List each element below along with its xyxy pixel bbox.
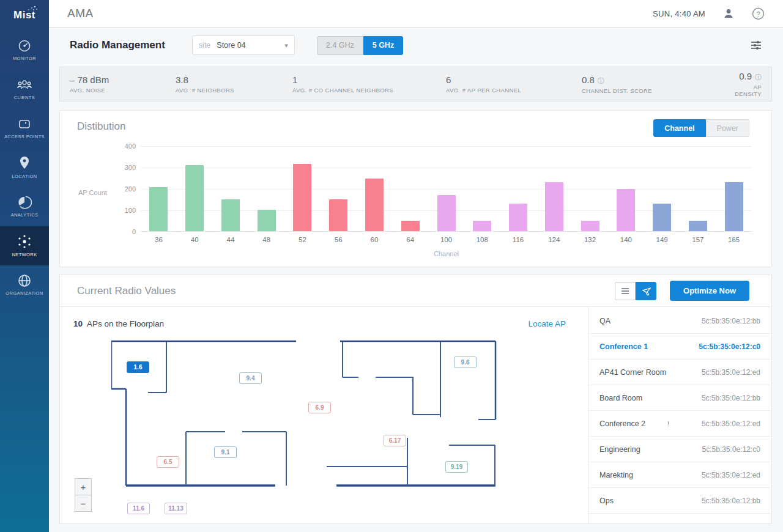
sidebar-item-label: MONITOR [13,56,36,61]
chart-bar-slot [644,204,680,231]
chart-bar[interactable] [581,221,599,232]
chart-x-tick: 165 [716,236,752,243]
info-icon[interactable]: ⓘ [598,76,604,86]
page-title: Radio Management [70,39,165,51]
ap-list-row[interactable]: Conference 15c:5b:35:0e:12:c0 [588,334,771,360]
chart-bar[interactable] [437,195,456,232]
chart-bar[interactable] [473,221,491,232]
chart-bar[interactable] [617,189,635,231]
ap-badge: ! [667,420,669,427]
chart-bar[interactable] [401,221,420,232]
pie-chart-icon [17,195,32,210]
sidebar-item-label: CLIENTS [14,95,35,100]
stat-label: AVG. # NEIGHBORS [176,87,292,94]
list-view-button[interactable] [615,282,636,300]
chart-bar-slot [572,221,608,232]
sidebar-item-label: ORGANIZATION [6,291,43,296]
stat-item: 6AVG. # AP PER CHANNEL [446,75,582,94]
sliders-icon [750,40,762,51]
ap-name: Conference 2 [599,419,645,428]
info-icon[interactable]: ⓘ [755,73,762,82]
chart-x-tick: 56 [321,236,357,243]
floorplan-ap-label[interactable]: 6.17 [384,435,406,446]
floorplan-ap-label[interactable]: 6.5 [157,456,179,468]
optimize-now-button[interactable]: Optimize Now [670,281,749,301]
chart-x-tick: 108 [464,236,500,243]
help-button[interactable]: ? [752,7,765,20]
chart-bar-slot [536,182,572,231]
user-account-button[interactable] [722,7,735,20]
stat-value: 0.8ⓘ [582,75,735,86]
sidebar-item-location[interactable]: LOCATION [0,148,49,187]
sidebar-item-label: ACCESS POINTS [4,135,45,139]
chart-y-axis-label: AP Count [78,189,107,196]
ap-mac-address: 5c:5b:35:0e:12:bb [702,394,760,402]
power-toggle-button[interactable]: Power [706,119,749,137]
band-2-4ghz-button[interactable]: 2.4 GHz [317,36,363,55]
channel-toggle-button[interactable]: Channel [653,119,705,137]
locate-ap-link[interactable]: Locate AP [528,319,566,328]
ap-list-row[interactable]: Ops5c:5b:35:0e:12:bb [588,488,771,514]
sidebar-item-analytics[interactable]: ANALYTICS [0,187,49,226]
mist-logo[interactable]: Mist [0,0,49,31]
stat-item: 1AVG. # CO CHANNEL NEIGHBORS [292,75,446,94]
ap-list-row[interactable]: Marekting5c:5b:35:0e:12:ed [588,462,771,488]
sidebar-item-organization[interactable]: ORGANIZATION [0,265,49,305]
floorplan-ap-label[interactable]: 9.6 [454,357,477,368]
chart-bar[interactable] [545,182,563,231]
ap-list-row[interactable]: Board Room5c:5b:35:0e:12:bb [588,385,771,411]
ap-name: Engineering [599,445,640,454]
site-selector[interactable]: site Store 04 ▾ [192,35,295,55]
chart-bar-slot [357,179,393,231]
ap-list-row[interactable]: QA5c:5b:35:0e:12:bb [588,308,771,334]
floorplan-ap-label[interactable]: 11.13 [165,503,187,514]
radio-values-header: Current Radio Values [60,275,771,307]
chart-bar[interactable] [221,199,240,232]
ap-list-row[interactable]: Conference 2!5c:5b:35:0e:12:ed [588,411,771,437]
zoom-out-button[interactable]: − [75,495,92,512]
site-selector-label: site [199,41,210,50]
sidebar-item-monitor[interactable]: MONITOR [0,31,49,70]
sidebar: Mist MONITOR CLIENTS ACC [0,0,49,532]
floorplan-ap-label[interactable]: 1.6 [127,361,149,373]
sidebar-item-network[interactable]: NETWORK [0,226,49,265]
chart-x-axis-label: Channel [141,250,752,257]
ap-count-value: 10 [73,319,83,328]
chevron-down-icon: ▾ [284,42,288,50]
ap-name: Conference 1 [599,342,648,351]
mist-logo-dots-icon [27,5,38,11]
chart-bar[interactable] [653,204,671,231]
ap-mac-address: 5c:5b:35:0e:12:c0 [699,342,760,351]
chart-bar[interactable] [509,204,527,231]
chart-x-tick: 64 [392,236,428,243]
chart-bar[interactable] [725,182,743,231]
zoom-in-button[interactable]: + [75,478,92,495]
ap-list-row[interactable]: Engineering5c:5b:35:0e:12:c0 [588,437,771,462]
floorplan-ap-label[interactable]: 9.4 [239,372,262,384]
ap-list-row[interactable]: AP41 Corner Room5c:5b:35:0e:12:ed [588,360,771,385]
distribution-title: Distibution [77,120,125,133]
floorplan-ap-label[interactable]: 9.1 [214,446,237,458]
chart-bar[interactable] [329,199,347,232]
chart-bar[interactable] [149,187,168,231]
select-view-button[interactable] [636,282,656,300]
chart-x-tick: 100 [428,236,464,243]
ap-name: Ops [599,497,614,505]
chart-x-tick: 48 [248,236,284,243]
floorplan-ap-label[interactable]: 11.6 [127,503,150,514]
sidebar-item-label: ANALYTICS [11,213,39,218]
floorplan-ap-label[interactable]: 9.19 [445,461,468,473]
chart-bar-slot [177,165,213,232]
sidebar-item-clients[interactable]: CLIENTS [0,70,49,109]
band-5ghz-button[interactable]: 5 GHz [363,36,403,55]
chart-bar[interactable] [365,179,384,231]
chart-bar[interactable] [293,164,311,231]
settings-sliders-button[interactable] [750,40,762,51]
sidebar-item-access-points[interactable]: ACCESS POINTS [0,109,49,148]
chart-bar[interactable] [258,210,276,231]
chart-bar-slot [428,195,464,232]
floorplan-ap-label[interactable]: 6.9 [308,402,331,413]
chart-mode-toggle: Channel Power [653,119,749,137]
chart-bar[interactable] [185,165,204,232]
chart-bar[interactable] [689,221,707,231]
